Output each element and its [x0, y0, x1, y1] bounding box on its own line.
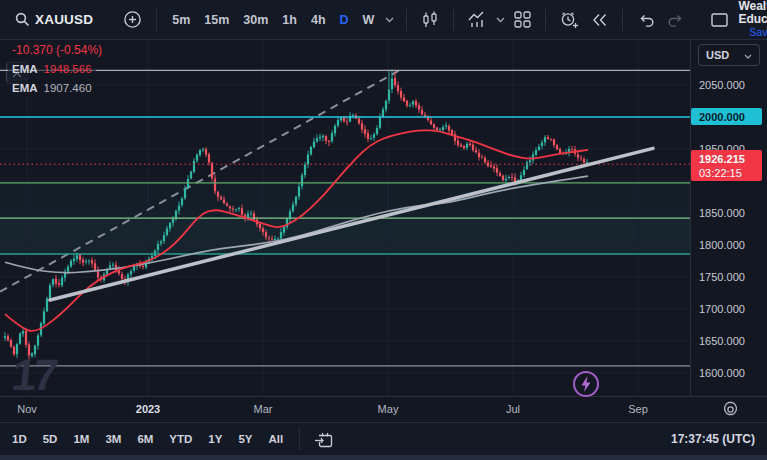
toolbar-separator	[299, 428, 300, 450]
timeframe-4h[interactable]: 4h	[304, 13, 333, 27]
chevron-down-icon	[385, 17, 394, 23]
indicators-menu-button[interactable]	[493, 4, 508, 36]
toolbar-separator	[453, 9, 454, 31]
range-3m[interactable]: 3M	[97, 433, 129, 445]
time-tick: Jul	[506, 403, 520, 415]
price-tick: 2050.000	[699, 78, 745, 92]
layout-grid-button[interactable]	[508, 4, 537, 36]
ema-slow-label: EMA	[12, 82, 38, 94]
symbol-change-value: -10.370 (-0.54%)	[12, 43, 102, 58]
price-tick: 1700.000	[699, 302, 745, 316]
range-5d[interactable]: 5D	[35, 433, 66, 445]
go-to-date-button[interactable]	[308, 423, 339, 455]
undo-icon	[637, 12, 655, 27]
flash-data-icon[interactable]	[572, 370, 600, 398]
price-tick: 1650.000	[699, 334, 745, 348]
symbol-search-button[interactable]: XAUUSD	[8, 4, 103, 36]
time-scale[interactable]: Nov 2023 Mar May Jul Sep	[0, 396, 767, 422]
undo-button[interactable]	[631, 4, 661, 36]
price-tick: 1750.000	[699, 270, 745, 284]
timeframe-group: 5m 15m 30m 1h 4h D W	[165, 4, 398, 36]
timeframe-5m[interactable]: 5m	[165, 13, 197, 27]
candles-icon	[421, 11, 439, 29]
plus-circle-icon	[123, 10, 142, 29]
redo-button[interactable]	[661, 4, 691, 36]
alert-clock-plus-icon	[560, 11, 579, 29]
range-ytd[interactable]: YTD	[161, 433, 200, 445]
timeframe-menu-button[interactable]	[381, 4, 398, 36]
currency-label: USD	[706, 49, 729, 61]
bar-countdown: 03:22:15	[699, 166, 762, 180]
indicators-button[interactable]	[462, 4, 493, 36]
ema-fast-legend-row[interactable]: EMA1948.566	[8, 61, 96, 78]
bar-replay-button[interactable]	[585, 4, 614, 36]
chart-legend: -10.370 (-0.54%) EMA1948.566 EMA1907.460	[8, 42, 106, 99]
timeframe-1h[interactable]: 1h	[275, 13, 304, 27]
toolbar-separator	[156, 9, 157, 31]
layout-save-button[interactable]	[705, 4, 734, 36]
calendar-arrow-icon	[314, 431, 333, 448]
save-link[interactable]: Save	[749, 26, 767, 39]
square-outline-icon	[711, 13, 728, 27]
timeframe-1w[interactable]: W	[356, 13, 382, 27]
range-5y[interactable]: 5Y	[230, 433, 260, 445]
time-tick: Sep	[628, 403, 648, 415]
price-tick: 1600.000	[699, 366, 745, 380]
indicators-icon	[468, 11, 487, 28]
timeframe-1d[interactable]: D	[333, 13, 356, 27]
range-1m[interactable]: 1M	[65, 433, 97, 445]
search-icon	[14, 11, 31, 28]
timeframe-15m[interactable]: 15m	[197, 13, 236, 27]
time-tick-year: 2023	[136, 403, 160, 415]
redo-icon	[667, 12, 685, 27]
scales-settings-button[interactable]	[722, 401, 739, 422]
price-tick: 1850.000	[699, 206, 745, 220]
clock-utc[interactable]: 17:37:45 (UTC)	[671, 432, 755, 446]
ema-fast-label: EMA	[12, 63, 38, 75]
time-tick: Nov	[17, 403, 37, 415]
chevron-down-icon	[496, 17, 505, 23]
last-price-value: 1926.215	[699, 152, 762, 166]
price-scale[interactable]: USD 2050.000 2000.000 1950.000 1926.215 …	[690, 40, 767, 396]
create-alert-button[interactable]	[554, 4, 585, 36]
layout-grid-icon	[514, 11, 531, 28]
compare-add-symbol-button[interactable]	[117, 4, 148, 36]
range-all[interactable]: All	[261, 433, 292, 445]
ema-slow-value: 1907.460	[44, 82, 92, 94]
range-1y[interactable]: 1Y	[200, 433, 230, 445]
currency-dropdown[interactable]: USD	[698, 44, 760, 66]
last-price-label: 1926.215 03:22:15	[691, 150, 762, 181]
symbol-name: XAUUSD	[31, 12, 97, 27]
bottom-toolbar: 1D 5D 1M 3M 6M YTD 1Y 5Y All 17:37:45 (U…	[0, 422, 767, 455]
range-1d[interactable]: 1D	[4, 433, 35, 445]
trading-chart-app: XAUUSD 5m 15m 30m 1h 4h D W	[0, 0, 767, 460]
top-toolbar: XAUUSD 5m 15m 30m 1h 4h D W	[0, 0, 767, 40]
timeframe-30m[interactable]: 30m	[236, 13, 275, 27]
price-label-2000: 2000.000	[691, 108, 762, 125]
ema-fast-value: 1948.566	[44, 63, 92, 75]
layout-name-button[interactable]: Wealthy Educ... Save	[738, 0, 767, 39]
price-tick: 1800.000	[699, 238, 745, 252]
chart-style-button[interactable]	[415, 4, 445, 36]
toolbar-separator	[622, 9, 623, 31]
gear-icon	[722, 404, 739, 421]
replay-rewind-icon	[591, 13, 608, 27]
ema-slow-legend-row[interactable]: EMA1907.460	[8, 80, 96, 97]
window-edge-strip	[0, 455, 767, 460]
time-tick: May	[378, 403, 399, 415]
toolbar-separator	[545, 9, 546, 31]
range-6m[interactable]: 6M	[129, 433, 161, 445]
toolbar-separator	[406, 9, 407, 31]
chevron-down-icon	[744, 49, 752, 61]
time-tick: Mar	[254, 403, 273, 415]
layout-name: Wealthy Educ...	[738, 0, 767, 26]
